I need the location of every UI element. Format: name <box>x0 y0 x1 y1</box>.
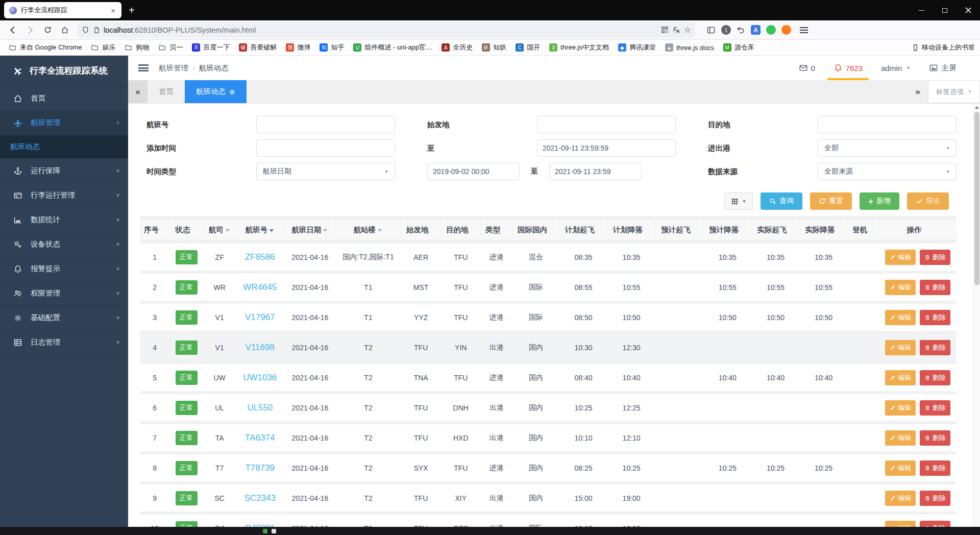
column-header[interactable]: 操作 <box>879 219 956 240</box>
flight-number-link[interactable]: UW1036 <box>243 373 277 382</box>
sidebar-item[interactable]: 首页 <box>0 86 128 111</box>
shield-icon[interactable] <box>82 26 89 34</box>
collapse-menu-icon[interactable] <box>138 64 149 71</box>
sort-carets-icon[interactable] <box>740 226 745 234</box>
orange-extension-icon[interactable] <box>781 25 791 35</box>
scroll-up-icon[interactable] <box>973 104 980 111</box>
edit-button[interactable]: 编辑 <box>885 460 916 476</box>
url-bar[interactable]: localhost:62810/BOP-PLUS/System/main.htm… <box>78 22 695 38</box>
sort-carets-icon[interactable] <box>596 226 601 234</box>
dest-input[interactable] <box>818 116 957 133</box>
add-button[interactable]: + 新增 <box>860 192 899 210</box>
flight-number-link[interactable]: WR4645 <box>243 282 277 292</box>
bookmark-item[interactable]: C 国开 <box>512 42 544 53</box>
bookmark-item[interactable]: 来自 Google Chrome <box>5 42 85 53</box>
sort-carets-icon[interactable] <box>430 226 435 234</box>
url-text[interactable]: localhost:62810/BOP-PLUS/System/main.htm… <box>104 26 657 34</box>
maximize-button[interactable] <box>933 0 957 20</box>
delete-button[interactable]: 删除 <box>920 400 950 416</box>
browser-menu-icon[interactable] <box>800 27 808 33</box>
column-header[interactable]: 目的地 <box>441 219 481 240</box>
sidebar-item[interactable]: 日志管理 ∨ <box>0 330 128 355</box>
sidebar-item[interactable]: 数据统计 ∨ <box>0 208 128 232</box>
mobile-bookmarks[interactable]: 移动设备上的书签 <box>912 43 975 52</box>
sort-carets-icon[interactable] <box>837 226 842 234</box>
user-menu[interactable]: admin ▼ <box>872 56 920 80</box>
delete-button[interactable]: 删除 <box>920 370 950 385</box>
close-button[interactable] <box>957 0 980 20</box>
column-header[interactable]: 序号 <box>140 219 169 240</box>
tab-close-icon[interactable]: × <box>110 6 116 15</box>
browser-tab[interactable]: 行李全流程跟踪 × <box>4 2 121 18</box>
scroll-tabs-left-button[interactable]: « <box>128 80 148 103</box>
alarm-indicator[interactable]: 7623 <box>824 56 872 80</box>
tab-home[interactable]: 首页 <box>148 80 185 103</box>
main-screen-button[interactable]: 主屏 <box>920 56 966 80</box>
add-time-from-input[interactable] <box>256 139 395 157</box>
delete-button[interactable]: 删除 <box>920 460 950 476</box>
column-header[interactable]: 航站楼 <box>335 219 401 240</box>
edit-button[interactable]: 编辑 <box>885 280 916 295</box>
flight-number-link[interactable]: T78739 <box>245 463 275 473</box>
vertical-scroll-thumb[interactable] <box>974 112 979 285</box>
date-to-input[interactable] <box>549 163 642 180</box>
column-header[interactable]: 预计降落 <box>703 219 751 240</box>
columns-grid-button[interactable]: ▼ <box>724 192 753 210</box>
delete-button[interactable]: 删除 <box>920 430 950 446</box>
sort-carets-icon[interactable] <box>323 226 328 234</box>
bookmark-item[interactable]: U 组件概述 - uni-app官… <box>350 42 436 53</box>
sort-carets-icon[interactable] <box>225 226 230 234</box>
sidebar-item[interactable]: 设备状态 ∨ <box>0 232 128 257</box>
reset-button[interactable]: 重置 <box>810 192 852 210</box>
page-info-icon[interactable] <box>93 27 100 34</box>
sidebar-item[interactable]: 报警提示 ∨ <box>0 257 128 281</box>
time-type-select[interactable]: 航班日期 ▼ <box>256 163 395 180</box>
home-button[interactable] <box>57 23 72 37</box>
search-button[interactable]: 查询 <box>761 192 802 210</box>
bookmark-item[interactable]: 娱乐 <box>87 42 119 53</box>
sort-carets-icon[interactable] <box>923 226 928 234</box>
translate-extension-icon[interactable]: A <box>751 25 761 35</box>
bookmark-item[interactable]: 3 three.js中文文档 <box>546 42 612 53</box>
sidebar-item[interactable]: 航班动态 <box>0 135 128 159</box>
breadcrumb-parent[interactable]: 航班管理 <box>159 63 188 73</box>
export-button[interactable]: 导出 <box>907 192 949 210</box>
sidebar-panel-icon[interactable] <box>706 26 716 35</box>
edit-button[interactable]: 编辑 <box>885 340 916 355</box>
sort-carets-icon[interactable] <box>644 226 649 234</box>
sort-carets-icon[interactable] <box>502 226 507 234</box>
bookmark-item[interactable]: 百 百度一下 <box>188 42 233 53</box>
sidebar-item[interactable]: 权限管理 ∨ <box>0 281 128 306</box>
column-header[interactable]: 状态 <box>169 219 204 240</box>
sort-carets-icon[interactable] <box>470 226 475 234</box>
sidebar-item[interactable]: 航班管理 ∧ <box>0 111 128 135</box>
edit-button[interactable]: 编辑 <box>885 370 916 385</box>
green-extension-icon[interactable] <box>766 25 776 35</box>
column-header[interactable]: 航司 <box>204 219 235 240</box>
sort-carets-icon[interactable] <box>869 226 874 234</box>
qr-code-icon[interactable] <box>661 26 669 34</box>
column-header[interactable]: 预计起飞 <box>655 219 703 240</box>
tab-close-circle-icon[interactable]: ⊗ <box>229 88 235 96</box>
extension-badge[interactable]: 1 <box>721 25 731 35</box>
source-select[interactable]: 全部来源 ▼ <box>818 163 957 180</box>
reload-button[interactable] <box>40 23 55 37</box>
delete-button[interactable]: 删除 <box>920 491 950 506</box>
sort-carets-icon[interactable] <box>377 226 382 234</box>
date-from-input[interactable] <box>427 163 520 180</box>
translate-page-icon[interactable] <box>672 26 680 34</box>
messages-indicator[interactable]: 0 <box>790 56 824 80</box>
edit-button[interactable]: 编辑 <box>885 491 916 506</box>
delete-button[interactable]: 删除 <box>920 340 950 355</box>
delete-button[interactable]: 删除 <box>920 310 950 325</box>
edit-button[interactable]: 编辑 <box>885 400 916 416</box>
sort-carets-icon[interactable] <box>160 226 165 234</box>
add-time-to-input[interactable] <box>537 139 676 157</box>
delete-button[interactable]: 删除 <box>920 250 950 265</box>
bookmark-item[interactable]: 妖 知妖 <box>478 42 510 53</box>
edit-button[interactable]: 编辑 <box>885 430 916 446</box>
bookmark-star-icon[interactable]: ☆ <box>684 25 691 35</box>
minimize-button[interactable] <box>910 0 933 20</box>
bookmark-item[interactable]: 破 吾爱破解 <box>235 42 280 53</box>
inout-select[interactable]: 全部 ▼ <box>818 139 957 157</box>
